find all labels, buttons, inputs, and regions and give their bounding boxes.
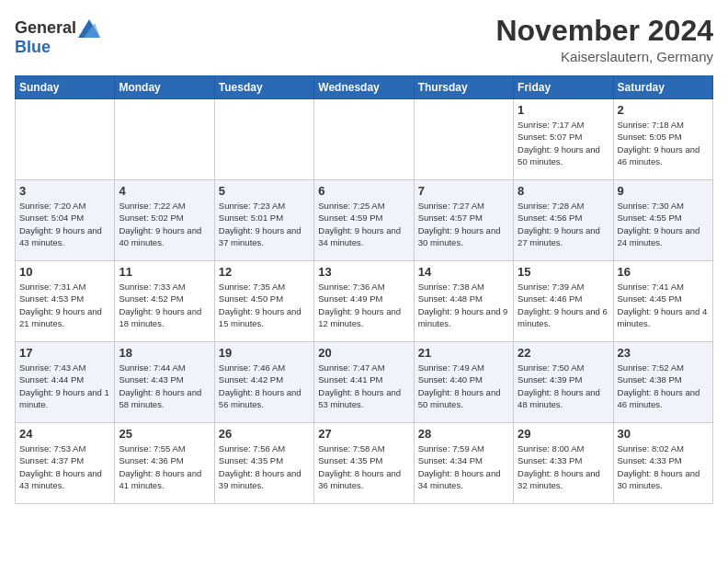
day-info: Sunrise: 7:56 AMSunset: 4:35 PMDaylight:… (219, 442, 310, 491)
logo-icon (78, 19, 100, 38)
day-cell (16, 99, 115, 180)
day-number: 30 (618, 427, 709, 441)
day-cell: 21Sunrise: 7:49 AMSunset: 4:40 PMDayligh… (414, 342, 513, 423)
day-number: 6 (318, 184, 409, 198)
day-cell: 23Sunrise: 7:52 AMSunset: 4:38 PMDayligh… (613, 342, 712, 423)
day-cell (214, 99, 313, 180)
day-cell: 28Sunrise: 7:59 AMSunset: 4:34 PMDayligh… (414, 423, 513, 504)
day-cell: 11Sunrise: 7:33 AMSunset: 4:52 PMDayligh… (115, 261, 214, 342)
day-number: 8 (518, 184, 609, 198)
day-info: Sunrise: 7:58 AMSunset: 4:35 PMDaylight:… (318, 442, 409, 491)
day-cell: 12Sunrise: 7:35 AMSunset: 4:50 PMDayligh… (214, 261, 313, 342)
day-info: Sunrise: 7:44 AMSunset: 4:43 PMDaylight:… (119, 362, 210, 410)
day-cell: 1Sunrise: 7:17 AMSunset: 5:07 PMDaylight… (514, 99, 613, 180)
day-number: 11 (119, 265, 210, 279)
day-number: 21 (418, 346, 509, 360)
day-info: Sunrise: 7:17 AMSunset: 5:07 PMDaylight:… (518, 119, 609, 167)
day-cell (314, 99, 414, 180)
day-number: 16 (618, 265, 709, 279)
col-thursday: Thursday (414, 76, 513, 99)
day-number: 25 (119, 427, 210, 441)
day-cell: 22Sunrise: 7:50 AMSunset: 4:39 PMDayligh… (514, 342, 613, 423)
day-number: 9 (618, 184, 709, 198)
day-info: Sunrise: 7:18 AMSunset: 5:05 PMDaylight:… (618, 119, 709, 167)
week-row-1: 1Sunrise: 7:17 AMSunset: 5:07 PMDaylight… (16, 99, 713, 180)
day-info: Sunrise: 8:00 AMSunset: 4:33 PMDaylight:… (518, 442, 609, 491)
day-info: Sunrise: 7:53 AMSunset: 4:37 PMDaylight:… (19, 442, 110, 491)
day-number: 26 (219, 427, 310, 441)
day-info: Sunrise: 7:41 AMSunset: 4:45 PMDaylight:… (618, 281, 709, 329)
day-number: 14 (418, 265, 509, 279)
day-cell: 19Sunrise: 7:46 AMSunset: 4:42 PMDayligh… (214, 342, 313, 423)
day-number: 18 (119, 346, 210, 360)
day-cell (115, 99, 214, 180)
day-cell: 24Sunrise: 7:53 AMSunset: 4:37 PMDayligh… (16, 423, 115, 504)
day-number: 13 (318, 265, 409, 279)
day-number: 22 (518, 346, 609, 360)
day-cell: 8Sunrise: 7:28 AMSunset: 4:56 PMDaylight… (514, 180, 613, 261)
calendar-table: Sunday Monday Tuesday Wednesday Thursday… (15, 75, 713, 504)
day-info: Sunrise: 7:49 AMSunset: 4:40 PMDaylight:… (418, 362, 509, 410)
day-info: Sunrise: 7:30 AMSunset: 4:55 PMDaylight:… (618, 200, 709, 248)
day-number: 10 (19, 265, 110, 279)
day-cell: 13Sunrise: 7:36 AMSunset: 4:49 PMDayligh… (314, 261, 414, 342)
day-cell (414, 99, 513, 180)
day-cell: 3Sunrise: 7:20 AMSunset: 5:04 PMDaylight… (16, 180, 115, 261)
col-sunday: Sunday (16, 76, 115, 99)
day-number: 15 (518, 265, 609, 279)
day-number: 17 (19, 346, 110, 360)
title-section: November 2024 Kaiserslautern, Germany (495, 15, 713, 64)
week-row-3: 10Sunrise: 7:31 AMSunset: 4:53 PMDayligh… (16, 261, 713, 342)
col-monday: Monday (115, 76, 214, 99)
day-cell: 7Sunrise: 7:27 AMSunset: 4:57 PMDaylight… (414, 180, 513, 261)
day-cell: 25Sunrise: 7:55 AMSunset: 4:36 PMDayligh… (115, 423, 214, 504)
day-cell: 15Sunrise: 7:39 AMSunset: 4:46 PMDayligh… (514, 261, 613, 342)
day-number: 2 (618, 103, 709, 117)
day-number: 23 (618, 346, 709, 360)
day-info: Sunrise: 7:55 AMSunset: 4:36 PMDaylight:… (119, 442, 210, 491)
col-wednesday: Wednesday (314, 76, 414, 99)
day-number: 20 (318, 346, 409, 360)
calendar-container: General Blue November 2024 Kaiserslauter… (0, 0, 728, 513)
week-row-4: 17Sunrise: 7:43 AMSunset: 4:44 PMDayligh… (16, 342, 713, 423)
day-number: 19 (219, 346, 310, 360)
day-cell: 10Sunrise: 7:31 AMSunset: 4:53 PMDayligh… (16, 261, 115, 342)
day-info: Sunrise: 7:27 AMSunset: 4:57 PMDaylight:… (418, 200, 509, 248)
day-number: 24 (19, 427, 110, 441)
day-info: Sunrise: 7:20 AMSunset: 5:04 PMDaylight:… (19, 200, 110, 248)
day-info: Sunrise: 7:22 AMSunset: 5:02 PMDaylight:… (119, 200, 210, 248)
day-cell: 27Sunrise: 7:58 AMSunset: 4:35 PMDayligh… (314, 423, 414, 504)
day-number: 27 (318, 427, 409, 441)
day-info: Sunrise: 7:28 AMSunset: 4:56 PMDaylight:… (518, 200, 609, 248)
col-tuesday: Tuesday (214, 76, 313, 99)
day-cell: 29Sunrise: 8:00 AMSunset: 4:33 PMDayligh… (514, 423, 613, 504)
day-number: 1 (518, 103, 609, 117)
day-cell: 4Sunrise: 7:22 AMSunset: 5:02 PMDaylight… (115, 180, 214, 261)
week-row-2: 3Sunrise: 7:20 AMSunset: 5:04 PMDaylight… (16, 180, 713, 261)
day-cell: 9Sunrise: 7:30 AMSunset: 4:55 PMDaylight… (613, 180, 712, 261)
location: Kaiserslautern, Germany (495, 49, 713, 64)
day-info: Sunrise: 7:39 AMSunset: 4:46 PMDaylight:… (518, 281, 609, 329)
day-cell: 18Sunrise: 7:44 AMSunset: 4:43 PMDayligh… (115, 342, 214, 423)
day-cell: 5Sunrise: 7:23 AMSunset: 5:01 PMDaylight… (214, 180, 313, 261)
day-cell: 26Sunrise: 7:56 AMSunset: 4:35 PMDayligh… (214, 423, 313, 504)
day-info: Sunrise: 7:35 AMSunset: 4:50 PMDaylight:… (219, 281, 310, 329)
day-number: 3 (19, 184, 110, 198)
logo: General Blue (15, 18, 100, 57)
day-cell: 17Sunrise: 7:43 AMSunset: 4:44 PMDayligh… (16, 342, 115, 423)
day-number: 4 (119, 184, 210, 198)
day-cell: 2Sunrise: 7:18 AMSunset: 5:05 PMDaylight… (613, 99, 712, 180)
day-info: Sunrise: 7:23 AMSunset: 5:01 PMDaylight:… (219, 200, 310, 248)
day-cell: 30Sunrise: 8:02 AMSunset: 4:33 PMDayligh… (613, 423, 712, 504)
day-info: Sunrise: 8:02 AMSunset: 4:33 PMDaylight:… (618, 442, 709, 491)
day-cell: 6Sunrise: 7:25 AMSunset: 4:59 PMDaylight… (314, 180, 414, 261)
week-row-5: 24Sunrise: 7:53 AMSunset: 4:37 PMDayligh… (16, 423, 713, 504)
logo-blue-text: Blue (15, 38, 51, 57)
day-cell: 20Sunrise: 7:47 AMSunset: 4:41 PMDayligh… (314, 342, 414, 423)
header-row: Sunday Monday Tuesday Wednesday Thursday… (16, 76, 713, 99)
day-number: 29 (518, 427, 609, 441)
col-friday: Friday (514, 76, 613, 99)
day-number: 12 (219, 265, 310, 279)
header: General Blue November 2024 Kaiserslauter… (15, 15, 713, 64)
day-info: Sunrise: 7:43 AMSunset: 4:44 PMDaylight:… (19, 362, 110, 410)
